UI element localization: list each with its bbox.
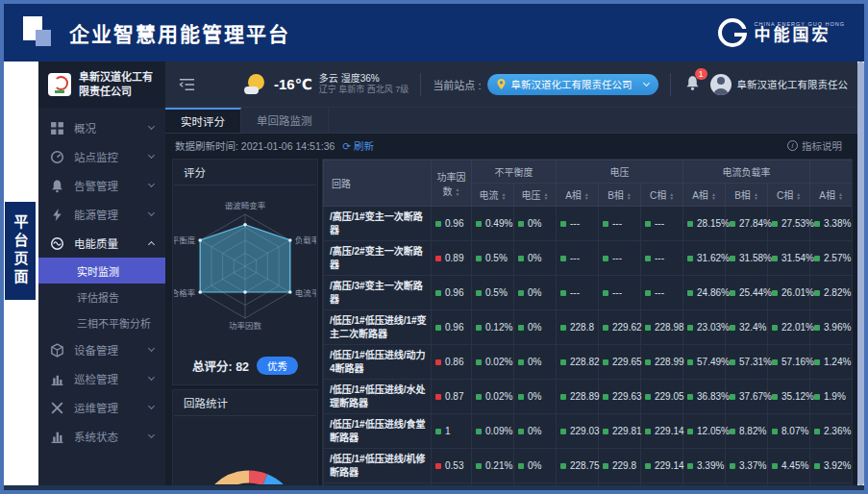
table-row[interactable]: /低压/1#低压进线/机修断路器0.530.21%0%228.75229.822…: [324, 449, 853, 483]
sort-icon[interactable]: ▲▼: [669, 192, 674, 201]
company-logo-icon: [48, 73, 71, 96]
refresh-button[interactable]: ⟳ 刷新: [342, 138, 374, 153]
sidebar-item-inspection[interactable]: 巡检管理: [38, 364, 165, 393]
sidebar-subitem-realtime-monitor[interactable]: 实时监测: [38, 258, 165, 284]
circuit-name-cell[interactable]: /高压/3#变主一次断路器: [324, 276, 432, 310]
sidebar-item-label: 概况: [74, 120, 96, 136]
value-cell: ---: [641, 276, 683, 310]
sort-icon[interactable]: ▲▼: [838, 192, 843, 201]
value-cell: 229.81: [599, 414, 641, 449]
table-row[interactable]: /高压/3#变主一次断路器0.960.5%0%---------24.86%25…: [324, 276, 853, 310]
avatar[interactable]: [710, 74, 732, 95]
overview-icon: [50, 121, 64, 136]
indicator-help-link[interactable]: i 指标说明: [787, 138, 842, 153]
score-panel: 评分 谐波畸变率负载率电流平衡功率因数合格率平衡度 总评分: 82 优秀: [173, 160, 317, 384]
table-row[interactable]: /低压/1#低压进线/1#变主二次断路器0.960.12%0%228.8229.…: [324, 310, 853, 345]
column-subheader[interactable]: C相▲▼: [768, 184, 810, 207]
status-dot: [814, 394, 820, 400]
sort-icon[interactable]: ▲▼: [796, 192, 801, 201]
platform-title: 企业智慧用能管理平台: [69, 18, 290, 47]
sidebar-item-power-quality[interactable]: 电能质量: [38, 229, 165, 258]
sort-icon[interactable]: ▲▼: [456, 187, 460, 196]
value-cell: ---: [557, 241, 599, 276]
column-subheader[interactable]: A相▲▼: [683, 184, 726, 207]
sort-icon[interactable]: ▲▼: [502, 192, 507, 201]
column-subheader[interactable]: B相▲▼: [726, 184, 768, 207]
value-cell: 0.49%: [472, 207, 514, 241]
table-row[interactable]: /低压/1#低压进线/水处理断路器0.870.02%0%228.89229.63…: [324, 380, 853, 414]
status-dot: [476, 359, 482, 365]
sort-icon[interactable]: ▲▼: [711, 192, 716, 201]
value-cell: 229.14: [641, 414, 683, 449]
notifications-button[interactable]: 1: [684, 74, 701, 95]
sidebar-subitem-three-phase-analysis[interactable]: 三相不平衡分析: [38, 309, 165, 335]
circuit-name-cell[interactable]: /低压/1#低压进线/1#变主二次断路器: [324, 310, 432, 345]
score-panel-title: 评分: [174, 161, 316, 185]
column-group-header: 电流负载率: [683, 161, 810, 184]
circuit-name-cell[interactable]: /高压/1#变主一次断路器: [324, 207, 432, 241]
sidebar-item-overview[interactable]: 概况: [38, 113, 165, 142]
status-dot: [476, 256, 482, 261]
username: 阜新汉道化工有限责任公: [737, 77, 849, 91]
column-group-header: 电压: [557, 161, 683, 184]
sidebar-item-system-status[interactable]: 系统状态: [38, 422, 165, 451]
column-header[interactable]: 功率因数▲▼: [432, 161, 472, 207]
chevron-down-icon: [148, 432, 155, 438]
chevron-down-icon: [148, 345, 155, 352]
circuit-name-cell[interactable]: /低压/1#低压进线/动力4断路器: [324, 345, 432, 380]
column-subheader[interactable]: 电压▲▼: [514, 184, 557, 207]
status-dot: [772, 221, 778, 227]
platform-page-tab[interactable]: 平台页面: [5, 202, 36, 300]
svg-text:功率因数: 功率因数: [229, 321, 262, 331]
value-cell: ---: [641, 207, 683, 241]
column-group-header: [810, 161, 852, 184]
power-quality-icon: [50, 236, 64, 251]
sidebar-item-alarm[interactable]: 告警管理: [38, 171, 165, 200]
status-dot: [518, 221, 524, 227]
sort-icon[interactable]: ▲▼: [627, 192, 632, 201]
table-row[interactable]: /低压/1#低压进线/食堂断路器10.09%0%229.03229.81229.…: [324, 414, 853, 449]
column-subheader[interactable]: 电流▲▼: [472, 184, 514, 207]
sort-icon[interactable]: ▲▼: [544, 192, 549, 201]
sidebar-item-station-monitor[interactable]: 站点监控: [38, 142, 165, 171]
value-cell: 26.01%: [768, 276, 810, 310]
site-selector-dropdown[interactable]: 阜新汉道化工有限责任公司: [487, 74, 658, 95]
sidebar-subitem-assessment-report[interactable]: 评估报告: [38, 284, 165, 309]
column-subheader[interactable]: A相▲▼: [810, 184, 852, 207]
sidebar-item-ops[interactable]: 运维管理: [38, 393, 165, 422]
sidebar-item-energy[interactable]: 能源管理: [38, 200, 165, 229]
table-row[interactable]: /低压/1#低压进线/动力4断路器0.860.02%0%228.82229.65…: [324, 345, 853, 380]
column-subheader[interactable]: C相▲▼: [641, 184, 683, 207]
sidebar-item-device[interactable]: 设备管理: [38, 335, 165, 364]
value-cell: 27.84%: [726, 207, 768, 241]
value-cell: 25.44%: [726, 276, 768, 310]
sort-icon[interactable]: ▲▼: [584, 192, 589, 201]
status-dot: [476, 394, 482, 400]
circuit-name-cell[interactable]: /低压/1#低压进线/水处理断路器: [324, 380, 432, 414]
circuit-name-cell[interactable]: /低压/1#低压进线/机修断路器: [324, 449, 432, 483]
circuit-name-cell[interactable]: /高压/2#变主一次断路器: [324, 241, 432, 276]
value-cell: 57.31%: [726, 345, 768, 380]
app-window: 企业智慧用能管理平台 CHINA ENERGY GUO HONG 中能国宏 平台…: [0, 0, 868, 494]
table-row[interactable]: /高压/1#变主一次断路器0.960.49%0%---------28.15%2…: [324, 207, 853, 241]
value-cell: 3.92%: [810, 449, 852, 483]
circuit-donut-chart: [174, 416, 316, 484]
status-dot: [772, 290, 778, 296]
column-subheader[interactable]: B相▲▼: [599, 184, 641, 207]
sort-icon[interactable]: ▲▼: [754, 192, 758, 201]
tab-realtime-score[interactable]: 实时评分: [165, 108, 241, 133]
value-cell: 3.37%: [726, 449, 768, 483]
sidebar-menu: 概况站点监控告警管理能源管理电能质量实时监测评估报告三相不平衡分析设备管理巡检管…: [38, 108, 165, 485]
circuit-name-cell[interactable]: /低压/1#低压进线/食堂断路器: [324, 414, 432, 449]
value-cell: 0.96: [432, 310, 472, 345]
vertical-scrollbar[interactable]: [857, 62, 864, 485]
status-dot: [603, 325, 608, 331]
table-row[interactable]: /高压/2#变主一次断路器0.890.5%0%---------31.62%31…: [324, 241, 853, 276]
status-dot: [435, 394, 441, 400]
column-subheader[interactable]: A相▲▼: [557, 184, 599, 207]
score-grade-badge: 优秀: [257, 357, 298, 375]
tab-single-circuit-monitor[interactable]: 单回路监测: [241, 108, 329, 133]
status-dot: [730, 394, 735, 400]
bottom-strip: [4, 485, 864, 490]
collapse-menu-icon[interactable]: [179, 78, 195, 91]
